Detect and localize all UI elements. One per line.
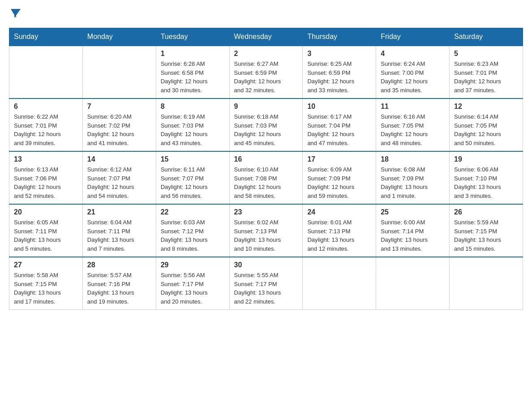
day-info: Sunrise: 6:06 AM Sunset: 7:10 PM Dayligh…	[454, 165, 518, 200]
day-number: 8	[161, 103, 225, 111]
day-info: Sunrise: 6:18 AM Sunset: 7:03 PM Dayligh…	[234, 112, 298, 147]
calendar-cell: 18Sunrise: 6:08 AM Sunset: 7:09 PM Dayli…	[376, 151, 450, 204]
day-info: Sunrise: 6:25 AM Sunset: 6:59 PM Dayligh…	[307, 60, 371, 94]
calendar-cell: 9Sunrise: 6:18 AM Sunset: 7:03 PM Daylig…	[229, 98, 303, 151]
logo	[9, 9, 21, 19]
day-of-week-header: Monday	[82, 28, 156, 46]
calendar-cell: 29Sunrise: 5:56 AM Sunset: 7:17 PM Dayli…	[156, 257, 229, 310]
calendar-cell: 11Sunrise: 6:16 AM Sunset: 7:05 PM Dayli…	[376, 98, 450, 151]
calendar-cell: 2Sunrise: 6:27 AM Sunset: 6:59 PM Daylig…	[229, 46, 303, 98]
day-info: Sunrise: 6:24 AM Sunset: 7:00 PM Dayligh…	[381, 60, 445, 94]
calendar-cell: 21Sunrise: 6:04 AM Sunset: 7:11 PM Dayli…	[82, 204, 156, 257]
day-number: 5	[454, 50, 518, 58]
day-number: 24	[307, 208, 371, 216]
day-info: Sunrise: 6:22 AM Sunset: 7:01 PM Dayligh…	[14, 112, 78, 147]
calendar-cell: 17Sunrise: 6:09 AM Sunset: 7:09 PM Dayli…	[303, 151, 376, 204]
calendar-cell: 24Sunrise: 6:01 AM Sunset: 7:13 PM Dayli…	[303, 204, 376, 257]
calendar-cell: 22Sunrise: 6:03 AM Sunset: 7:12 PM Dayli…	[156, 204, 229, 257]
calendar-cell: 5Sunrise: 6:23 AM Sunset: 7:01 PM Daylig…	[450, 46, 523, 98]
day-number: 28	[87, 261, 151, 269]
day-number: 30	[234, 261, 298, 269]
page-header	[9, 9, 523, 19]
calendar-cell: 6Sunrise: 6:22 AM Sunset: 7:01 PM Daylig…	[9, 98, 83, 151]
calendar-cell: 20Sunrise: 6:05 AM Sunset: 7:11 PM Dayli…	[9, 204, 83, 257]
day-of-week-header: Sunday	[9, 28, 83, 46]
day-number: 27	[14, 261, 78, 269]
day-info: Sunrise: 6:27 AM Sunset: 6:59 PM Dayligh…	[234, 60, 298, 94]
calendar-week-row: 20Sunrise: 6:05 AM Sunset: 7:11 PM Dayli…	[9, 204, 523, 257]
day-number: 19	[454, 155, 518, 163]
day-number: 23	[234, 208, 298, 216]
day-info: Sunrise: 5:55 AM Sunset: 7:17 PM Dayligh…	[234, 271, 298, 306]
day-info: Sunrise: 6:23 AM Sunset: 7:01 PM Dayligh…	[454, 60, 518, 94]
day-number: 9	[234, 103, 298, 111]
day-of-week-header: Tuesday	[156, 28, 229, 46]
calendar-cell	[303, 257, 376, 310]
calendar-cell: 12Sunrise: 6:14 AM Sunset: 7:05 PM Dayli…	[450, 98, 523, 151]
calendar-cell: 19Sunrise: 6:06 AM Sunset: 7:10 PM Dayli…	[450, 151, 523, 204]
calendar-header: SundayMondayTuesdayWednesdayThursdayFrid…	[9, 28, 523, 46]
calendar-cell: 7Sunrise: 6:20 AM Sunset: 7:02 PM Daylig…	[82, 98, 156, 151]
calendar-cell: 4Sunrise: 6:24 AM Sunset: 7:00 PM Daylig…	[376, 46, 450, 98]
day-number: 1	[161, 50, 225, 58]
day-info: Sunrise: 6:00 AM Sunset: 7:14 PM Dayligh…	[381, 218, 445, 253]
day-info: Sunrise: 6:12 AM Sunset: 7:07 PM Dayligh…	[87, 165, 151, 200]
calendar-week-row: 1Sunrise: 6:28 AM Sunset: 6:58 PM Daylig…	[9, 46, 523, 98]
calendar-cell: 25Sunrise: 6:00 AM Sunset: 7:14 PM Dayli…	[376, 204, 450, 257]
day-number: 22	[161, 208, 225, 216]
day-number: 3	[307, 50, 371, 58]
day-number: 18	[381, 155, 445, 163]
day-number: 6	[14, 103, 78, 111]
day-number: 26	[454, 208, 518, 216]
day-number: 15	[161, 155, 225, 163]
day-number: 17	[307, 155, 371, 163]
day-number: 10	[307, 103, 371, 111]
day-of-week-header: Thursday	[303, 28, 376, 46]
day-info: Sunrise: 6:09 AM Sunset: 7:09 PM Dayligh…	[307, 165, 371, 200]
calendar-cell: 1Sunrise: 6:28 AM Sunset: 6:58 PM Daylig…	[156, 46, 229, 98]
days-of-week-row: SundayMondayTuesdayWednesdayThursdayFrid…	[9, 28, 523, 46]
day-of-week-header: Saturday	[450, 28, 523, 46]
calendar-week-row: 27Sunrise: 5:58 AM Sunset: 7:15 PM Dayli…	[9, 257, 523, 310]
day-number: 4	[381, 50, 445, 58]
calendar-week-row: 6Sunrise: 6:22 AM Sunset: 7:01 PM Daylig…	[9, 98, 523, 151]
day-number: 21	[87, 208, 151, 216]
calendar-table: SundayMondayTuesdayWednesdayThursdayFrid…	[9, 28, 523, 310]
day-of-week-header: Wednesday	[229, 28, 303, 46]
day-info: Sunrise: 6:05 AM Sunset: 7:11 PM Dayligh…	[14, 218, 78, 253]
calendar-cell: 23Sunrise: 6:02 AM Sunset: 7:13 PM Dayli…	[229, 204, 303, 257]
calendar-cell: 13Sunrise: 6:13 AM Sunset: 7:06 PM Dayli…	[9, 151, 83, 204]
day-info: Sunrise: 6:14 AM Sunset: 7:05 PM Dayligh…	[454, 112, 518, 147]
calendar-cell: 16Sunrise: 6:10 AM Sunset: 7:08 PM Dayli…	[229, 151, 303, 204]
day-info: Sunrise: 5:56 AM Sunset: 7:17 PM Dayligh…	[161, 271, 225, 306]
calendar-cell	[82, 46, 156, 98]
calendar-cell: 27Sunrise: 5:58 AM Sunset: 7:15 PM Dayli…	[9, 257, 83, 310]
day-info: Sunrise: 6:19 AM Sunset: 7:03 PM Dayligh…	[161, 112, 225, 147]
calendar-body: 1Sunrise: 6:28 AM Sunset: 6:58 PM Daylig…	[9, 46, 523, 310]
day-number: 13	[14, 155, 78, 163]
day-info: Sunrise: 6:02 AM Sunset: 7:13 PM Dayligh…	[234, 218, 298, 253]
day-info: Sunrise: 6:16 AM Sunset: 7:05 PM Dayligh…	[381, 112, 445, 147]
day-number: 12	[454, 103, 518, 111]
day-info: Sunrise: 5:57 AM Sunset: 7:16 PM Dayligh…	[87, 271, 151, 306]
calendar-cell	[450, 257, 523, 310]
calendar-cell	[376, 257, 450, 310]
calendar-cell	[9, 46, 83, 98]
logo-icon	[11, 9, 21, 19]
calendar-cell: 30Sunrise: 5:55 AM Sunset: 7:17 PM Dayli…	[229, 257, 303, 310]
day-number: 7	[87, 103, 151, 111]
day-info: Sunrise: 6:01 AM Sunset: 7:13 PM Dayligh…	[307, 218, 371, 253]
calendar-cell: 3Sunrise: 6:25 AM Sunset: 6:59 PM Daylig…	[303, 46, 376, 98]
day-number: 25	[381, 208, 445, 216]
day-info: Sunrise: 6:17 AM Sunset: 7:04 PM Dayligh…	[307, 112, 371, 147]
calendar-cell: 8Sunrise: 6:19 AM Sunset: 7:03 PM Daylig…	[156, 98, 229, 151]
day-info: Sunrise: 6:03 AM Sunset: 7:12 PM Dayligh…	[161, 218, 225, 253]
day-of-week-header: Friday	[376, 28, 450, 46]
day-number: 14	[87, 155, 151, 163]
day-info: Sunrise: 6:28 AM Sunset: 6:58 PM Dayligh…	[161, 60, 225, 94]
day-info: Sunrise: 6:20 AM Sunset: 7:02 PM Dayligh…	[87, 112, 151, 147]
day-number: 11	[381, 103, 445, 111]
day-info: Sunrise: 5:59 AM Sunset: 7:15 PM Dayligh…	[454, 218, 518, 253]
day-number: 16	[234, 155, 298, 163]
calendar-week-row: 13Sunrise: 6:13 AM Sunset: 7:06 PM Dayli…	[9, 151, 523, 204]
